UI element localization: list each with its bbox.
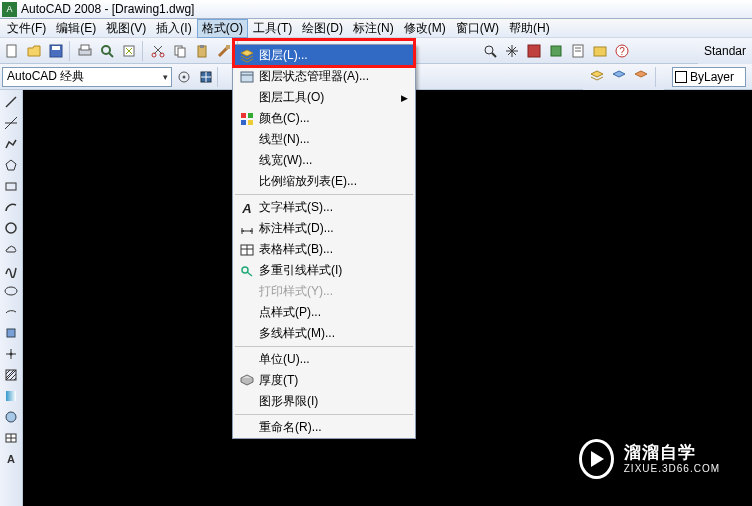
play-icon (579, 439, 614, 479)
menu-item-线型N[interactable]: 线型(N)... (233, 129, 415, 150)
menu-格式[interactable]: 格式(O) (197, 19, 248, 38)
layer-state-icon (237, 69, 257, 85)
dc-button[interactable] (524, 41, 544, 61)
svg-rect-53 (248, 120, 253, 125)
menu-绘图[interactable]: 绘图(D) (297, 19, 348, 38)
region-icon[interactable] (2, 407, 21, 426)
menu-item-线宽W[interactable]: 线宽(W)... (233, 150, 415, 171)
copy-button[interactable] (170, 41, 190, 61)
menu-编辑[interactable]: 编辑(E) (51, 19, 101, 38)
tools-button[interactable] (546, 41, 566, 61)
menu-item-label: 图形界限(I) (257, 393, 401, 410)
revcloud-icon[interactable] (2, 239, 21, 258)
svg-rect-0 (7, 45, 16, 57)
menu-标注[interactable]: 标注(N) (348, 19, 399, 38)
workspace-value: AutoCAD 经典 (7, 68, 84, 85)
svg-rect-50 (241, 113, 246, 118)
hatch-icon[interactable] (2, 365, 21, 384)
menu-item-颜色C[interactable]: 颜色(C)... (233, 108, 415, 129)
ssm-button[interactable] (590, 41, 610, 61)
open-button[interactable] (24, 41, 44, 61)
color-combo[interactable]: ByLayer (672, 67, 746, 87)
standard-label: Standar (704, 44, 746, 58)
table-style-icon (237, 242, 257, 258)
block-icon[interactable] (2, 323, 21, 342)
svg-rect-14 (226, 45, 230, 49)
plot-button[interactable] (75, 41, 95, 61)
circle-icon[interactable] (2, 218, 21, 237)
menu-item-标注样式D[interactable]: 标注样式(D)... (233, 218, 415, 239)
menu-工具[interactable]: 工具(T) (248, 19, 297, 38)
polygon-icon[interactable] (2, 155, 21, 174)
menu-item-比例缩放列表E[interactable]: 比例缩放列表(E)... (233, 171, 415, 192)
menu-视图[interactable]: 视图(V) (101, 19, 151, 38)
layer-tool-3[interactable] (631, 67, 651, 87)
menu-item-文字样式S[interactable]: A文字样式(S)... (233, 197, 415, 218)
svg-rect-37 (7, 329, 15, 337)
pline-icon[interactable] (2, 134, 21, 153)
menu-文件[interactable]: 文件(F) (2, 19, 51, 38)
menu-item-图层工具O[interactable]: 图层工具(O)▶ (233, 87, 415, 108)
menu-item-label: 比例缩放列表(E)... (257, 173, 401, 190)
menu-item-点样式P[interactable]: 点样式(P)... (233, 302, 415, 323)
svg-text:A: A (7, 453, 15, 465)
point-icon[interactable] (2, 344, 21, 363)
svg-point-15 (485, 46, 493, 54)
menu-item-厚度T[interactable]: 厚度(T) (233, 370, 415, 391)
layer-tool-2[interactable] (609, 67, 629, 87)
menu-item-表格样式B[interactable]: 表格样式(B)... (233, 239, 415, 260)
watermark-line1: 溜溜自学 (624, 443, 720, 463)
arc-icon[interactable] (2, 197, 21, 216)
ws-settings-button[interactable] (174, 67, 194, 87)
svg-point-43 (6, 412, 16, 422)
publish-button[interactable] (119, 41, 139, 61)
preview-button[interactable] (97, 41, 117, 61)
ws-grid-button[interactable] (196, 67, 216, 87)
prop-button[interactable] (568, 41, 588, 61)
rect-icon[interactable] (2, 176, 21, 195)
svg-rect-2 (52, 46, 60, 50)
menu-item-多线样式M[interactable]: 多线样式(M)... (233, 323, 415, 344)
dim-style-icon (237, 221, 257, 237)
match-button[interactable] (214, 41, 234, 61)
menu-item-label: 打印样式(Y)... (257, 283, 401, 300)
svg-point-36 (5, 287, 17, 295)
menu-item-label: 文字样式(S)... (257, 199, 401, 216)
workspace-combo[interactable]: AutoCAD 经典 (2, 67, 172, 87)
svg-rect-4 (81, 45, 89, 50)
menu-帮助[interactable]: 帮助(H) (504, 19, 555, 38)
new-button[interactable] (2, 41, 22, 61)
menu-item-图形界限I[interactable]: 图形界限(I) (233, 391, 415, 412)
menu-item-单位U[interactable]: 单位(U)... (233, 349, 415, 370)
pan-button[interactable] (502, 41, 522, 61)
menu-修改[interactable]: 修改(M) (399, 19, 451, 38)
mtext-icon[interactable]: A (2, 449, 21, 468)
cut-button[interactable] (148, 41, 168, 61)
menu-item-图层状态管理器A[interactable]: 图层状态管理器(A)... (233, 66, 415, 87)
menu-item-重命名R[interactable]: 重命名(R)... (233, 417, 415, 438)
svg-rect-18 (551, 46, 561, 56)
menu-窗口[interactable]: 窗口(W) (451, 19, 504, 38)
paste-button[interactable] (192, 41, 212, 61)
save-button[interactable] (46, 41, 66, 61)
menu-item-图层L[interactable]: 图层(L)... (233, 45, 415, 66)
ellipse-icon[interactable] (2, 281, 21, 300)
color-icon (237, 111, 257, 127)
ellipse-arc-icon[interactable] (2, 302, 21, 321)
help-button[interactable]: ? (612, 41, 632, 61)
line-icon[interactable] (2, 92, 21, 111)
gradient-icon[interactable] (2, 386, 21, 405)
color-swatch (675, 71, 687, 83)
menu-插入[interactable]: 插入(I) (151, 19, 196, 38)
thickness-icon (237, 373, 257, 389)
table-icon[interactable] (2, 428, 21, 447)
titlebar: A AutoCAD 2008 - [Drawing1.dwg] (0, 0, 752, 19)
svg-text:?: ? (619, 46, 625, 57)
spline-icon[interactable] (2, 260, 21, 279)
svg-marker-33 (6, 160, 16, 170)
xline-icon[interactable] (2, 113, 21, 132)
svg-line-30 (6, 97, 16, 107)
zoom-realtime-button[interactable] (480, 41, 500, 61)
menu-item-多重引线样式I[interactable]: 多重引线样式(I) (233, 260, 415, 281)
layer-tool-1[interactable] (587, 67, 607, 87)
